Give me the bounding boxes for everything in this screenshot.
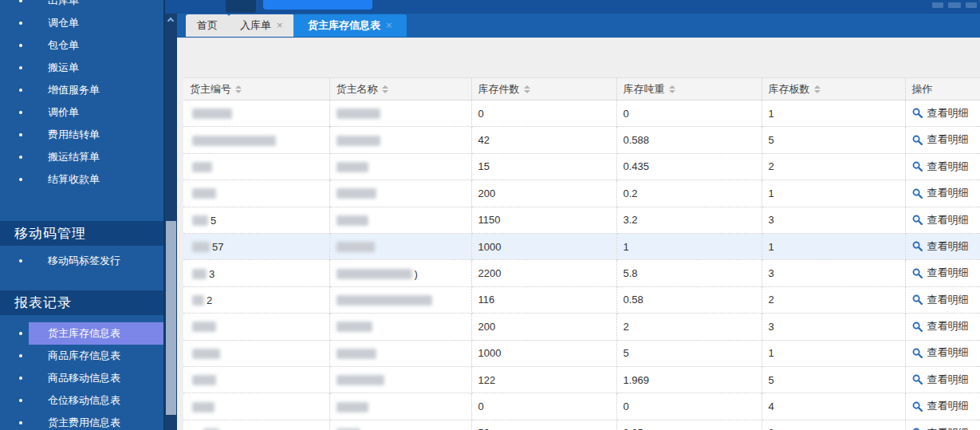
sidebar-item-label: 货主库存信息表 [48, 322, 120, 345]
scroll-up-arrow-icon[interactable] [165, 14, 177, 26]
sort-icon[interactable] [524, 85, 530, 93]
scrollbar-thumb[interactable] [166, 221, 176, 415]
column-header[interactable]: 货主名称 [329, 78, 471, 101]
column-header[interactable]: 库存吨重 [616, 78, 762, 101]
view-detail-label: 查看明细 [927, 160, 969, 174]
view-detail-link[interactable]: 查看明细 [912, 239, 969, 254]
view-detail-label: 查看明细 [927, 266, 969, 280]
column-header[interactable]: 库存件数 [471, 78, 616, 101]
close-icon[interactable]: × [277, 19, 283, 31]
sidebar-section-reports[interactable]: 报表记录 [0, 290, 163, 315]
cell-owner-name [329, 340, 471, 366]
redacted-text [337, 402, 368, 412]
magnifier-icon [912, 322, 923, 332]
redacted-text [192, 349, 220, 359]
sort-icon[interactable] [814, 85, 821, 93]
view-detail-link[interactable]: 查看明细 [912, 426, 969, 430]
sidebar-item[interactable]: 包仓单 [0, 34, 163, 57]
column-header: 操作 [905, 78, 980, 101]
cell-pieces: 116 [471, 286, 616, 313]
table-row[interactable]: 2 116 0.58 2 查看明细 [183, 286, 980, 313]
cell-owner-id: 3 [183, 260, 329, 286]
redacted-text [337, 242, 375, 252]
owner-inventory-table: 货主编号货主名称库存件数库存吨重库存板数操作 0 0 1 查看明细 42 0.5… [183, 77, 980, 430]
sidebar-item[interactable]: 增值服务单 [0, 79, 163, 101]
view-detail-link[interactable]: 查看明细 [912, 213, 969, 227]
sidebar-item[interactable]: 结算收款单 [0, 168, 163, 191]
sort-icon[interactable] [235, 85, 242, 93]
view-detail-link[interactable]: 查看明细 [912, 345, 969, 360]
cell-owner-id: 41 [183, 420, 329, 430]
sidebar-item[interactable]: 出库单 [0, 0, 163, 12]
cell-owner-name [329, 127, 471, 153]
tab-owner-inventory-report[interactable]: 货主库存信息表× [293, 14, 407, 37]
view-detail-link[interactable]: 查看明细 [912, 106, 969, 120]
cell-tonnage: 0.05 [616, 420, 762, 430]
tab-home[interactable]: 首页 [186, 14, 229, 37]
cell-pieces: 50 [471, 420, 616, 430]
cell-owner-id: 5 [183, 207, 329, 233]
table-row[interactable]: 200 2 3 查看明细 [183, 314, 980, 340]
cell-boards: 1 [762, 233, 905, 259]
cell-boards: 1 [762, 180, 905, 207]
view-detail-link[interactable]: 查看明细 [912, 373, 969, 387]
sidebar-item[interactable]: 货主库存信息表 [0, 322, 163, 345]
sort-icon[interactable] [669, 85, 675, 93]
view-detail-link[interactable]: 查看明细 [912, 293, 969, 307]
view-detail-link[interactable]: 查看明细 [912, 132, 969, 147]
sidebar-item[interactable]: 费用结转单 [0, 124, 163, 146]
sidebar-item[interactable]: 调仓单 [0, 12, 163, 34]
cell-tonnage: 0.435 [616, 153, 762, 179]
view-detail-label: 查看明细 [927, 132, 969, 147]
sidebar-item[interactable]: 商品库存信息表 [0, 345, 163, 367]
cell-owner-name [329, 101, 471, 127]
table-row[interactable]: 122 1.969 5 查看明细 [183, 366, 980, 393]
table-row[interactable]: 57 1000 1 1 查看明细 [183, 233, 980, 259]
view-detail-link[interactable]: 查看明细 [912, 160, 969, 174]
view-detail-link[interactable]: 查看明细 [912, 319, 969, 333]
sidebar-section-items: 移动码标签发行 [0, 250, 163, 272]
table-row[interactable]: 42 0.588 5 查看明细 [183, 127, 980, 153]
view-detail-link[interactable]: 查看明细 [912, 399, 969, 413]
sidebar-scrollbar[interactable] [165, 0, 177, 430]
sidebar-item[interactable]: 搬运结算单 [0, 146, 163, 168]
table-row[interactable]: 200 0.2 1 查看明细 [183, 180, 980, 207]
cell-tonnage: 0.588 [616, 127, 762, 153]
table-row[interactable]: 1000 5 1 查看明细 [183, 340, 980, 366]
redacted-text [192, 269, 207, 279]
tab-inbound-order[interactable]: 入库单× [229, 14, 294, 37]
redacted-text [192, 188, 216, 199]
redacted-text [192, 215, 208, 226]
header-menu-fragment[interactable] [226, 0, 256, 13]
view-detail-link[interactable]: 查看明细 [912, 186, 969, 200]
sidebar-item[interactable]: 移动码标签发行 [0, 250, 163, 272]
sidebar-item-label: 增值服务单 [48, 79, 100, 101]
view-detail-label: 查看明细 [927, 426, 969, 430]
table-row[interactable]: 3 ) 2200 5.8 3 查看明细 [183, 260, 980, 286]
cell-owner-id: 57 [183, 233, 329, 259]
view-detail-label: 查看明细 [927, 213, 969, 227]
column-header[interactable]: 货主编号 [183, 78, 329, 101]
header-button-fragment[interactable] [263, 0, 372, 10]
view-detail-label: 查看明细 [927, 399, 969, 413]
table-row[interactable]: 0 0 1 查看明细 [183, 101, 980, 127]
sidebar-item[interactable]: 货主费用信息表 [0, 412, 163, 430]
table-row[interactable]: 0 0 4 查看明细 [183, 393, 980, 420]
column-header-label: 货主编号 [190, 83, 231, 95]
table-row[interactable]: 15 0.435 2 查看明细 [183, 153, 980, 179]
table-row[interactable]: 5 1150 3.2 3 查看明细 [183, 207, 980, 233]
sort-icon[interactable] [382, 85, 388, 93]
sidebar-item[interactable]: 仓位移动信息表 [0, 389, 163, 412]
redacted-text [337, 375, 384, 385]
sidebar-item[interactable]: 商品移动信息表 [0, 367, 163, 389]
cell-owner-name [329, 180, 471, 207]
table-row[interactable]: 41 50 0.05 2 查看明细 [183, 420, 980, 430]
view-detail-link[interactable]: 查看明细 [912, 266, 969, 280]
column-header[interactable]: 库存板数 [762, 78, 905, 101]
sidebar-item[interactable]: 调价单 [0, 101, 163, 124]
cell-owner-name [329, 393, 471, 420]
top-header-strip [165, 0, 980, 14]
sidebar-item[interactable]: 搬运单 [0, 57, 163, 79]
close-icon[interactable]: × [386, 19, 392, 31]
sidebar-section-mobile-code[interactable]: 移动码管理 [0, 221, 163, 246]
